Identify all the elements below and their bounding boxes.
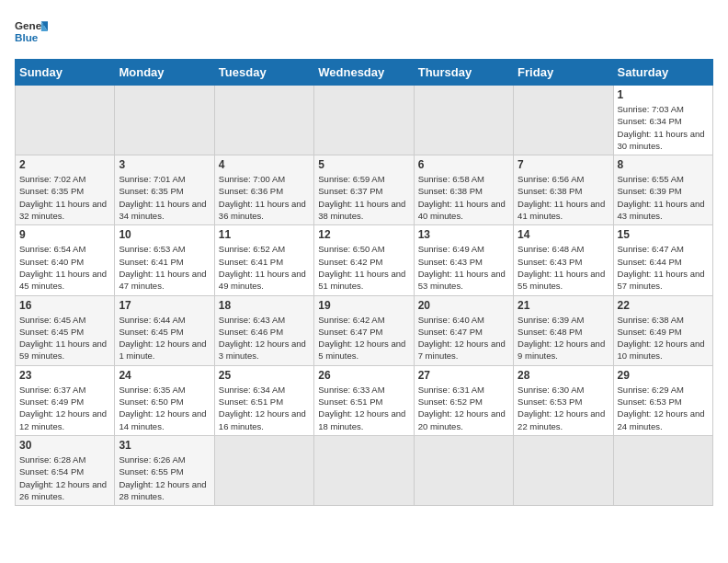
day-number: 15 — [618, 228, 709, 241]
calendar-cell: 24Sunrise: 6:35 AM Sunset: 6:50 PM Dayli… — [115, 365, 214, 435]
day-info: Sunrise: 6:47 AM Sunset: 6:44 PM Dayligh… — [618, 243, 709, 292]
day-number: 9 — [19, 228, 110, 241]
day-number: 3 — [119, 158, 210, 171]
day-number: 5 — [318, 158, 409, 171]
calendar-cell: 20Sunrise: 6:40 AM Sunset: 6:47 PM Dayli… — [414, 295, 513, 365]
calendar-cell — [214, 86, 313, 155]
day-info: Sunrise: 6:26 AM Sunset: 6:55 PM Dayligh… — [119, 454, 210, 502]
day-number: 13 — [418, 228, 509, 241]
calendar-cell — [613, 435, 712, 505]
day-info: Sunrise: 6:30 AM Sunset: 6:53 PM Dayligh… — [518, 384, 609, 432]
day-info: Sunrise: 6:38 AM Sunset: 6:49 PM Dayligh… — [618, 314, 709, 362]
day-of-week-header: Wednesday — [314, 60, 414, 86]
calendar-week-row: 16Sunrise: 6:45 AM Sunset: 6:45 PM Dayli… — [16, 295, 713, 365]
calendar-cell: 15Sunrise: 6:47 AM Sunset: 6:44 PM Dayli… — [613, 225, 712, 295]
day-info: Sunrise: 6:53 AM Sunset: 6:41 PM Dayligh… — [119, 243, 210, 292]
calendar-cell: 1Sunrise: 7:03 AM Sunset: 6:34 PM Daylig… — [613, 86, 712, 155]
day-number: 28 — [518, 369, 609, 382]
calendar-cell: 17Sunrise: 6:44 AM Sunset: 6:45 PM Dayli… — [115, 295, 214, 365]
day-number: 6 — [418, 158, 509, 171]
day-number: 26 — [318, 369, 409, 382]
calendar-cell — [314, 86, 414, 155]
calendar-cell: 18Sunrise: 6:43 AM Sunset: 6:46 PM Dayli… — [214, 295, 313, 365]
day-info: Sunrise: 6:39 AM Sunset: 6:48 PM Dayligh… — [518, 314, 609, 362]
day-number: 29 — [618, 369, 709, 382]
day-info: Sunrise: 6:48 AM Sunset: 6:43 PM Dayligh… — [518, 243, 609, 292]
day-info: Sunrise: 6:52 AM Sunset: 6:41 PM Dayligh… — [219, 243, 310, 292]
day-number: 12 — [318, 228, 409, 241]
calendar-cell: 27Sunrise: 6:31 AM Sunset: 6:52 PM Dayli… — [414, 365, 513, 435]
day-info: Sunrise: 6:45 AM Sunset: 6:45 PM Dayligh… — [19, 314, 110, 362]
page-header: General Blue — [15, 15, 713, 48]
day-info: Sunrise: 6:37 AM Sunset: 6:49 PM Dayligh… — [19, 384, 110, 432]
calendar-cell — [115, 86, 214, 155]
logo-icon: General Blue — [15, 15, 48, 48]
day-of-week-header: Sunday — [16, 60, 115, 86]
calendar-cell: 19Sunrise: 6:42 AM Sunset: 6:47 PM Dayli… — [314, 295, 414, 365]
day-info: Sunrise: 6:28 AM Sunset: 6:54 PM Dayligh… — [19, 454, 110, 502]
calendar-cell — [514, 86, 613, 155]
day-number: 22 — [618, 299, 709, 312]
calendar-week-row: 2Sunrise: 7:02 AM Sunset: 6:35 PM Daylig… — [16, 155, 713, 225]
calendar-cell — [414, 435, 513, 505]
calendar-cell: 8Sunrise: 6:55 AM Sunset: 6:39 PM Daylig… — [613, 155, 712, 225]
day-info: Sunrise: 7:03 AM Sunset: 6:34 PM Dayligh… — [618, 103, 709, 152]
day-info: Sunrise: 6:29 AM Sunset: 6:53 PM Dayligh… — [618, 384, 709, 432]
day-number: 19 — [318, 299, 409, 312]
calendar-header-row: SundayMondayTuesdayWednesdayThursdayFrid… — [16, 60, 713, 86]
calendar-cell: 12Sunrise: 6:50 AM Sunset: 6:42 PM Dayli… — [314, 225, 414, 295]
day-info: Sunrise: 6:42 AM Sunset: 6:47 PM Dayligh… — [318, 314, 409, 362]
calendar-cell: 14Sunrise: 6:48 AM Sunset: 6:43 PM Dayli… — [514, 225, 613, 295]
calendar-cell: 30Sunrise: 6:28 AM Sunset: 6:54 PM Dayli… — [16, 435, 115, 505]
day-info: Sunrise: 6:55 AM Sunset: 6:39 PM Dayligh… — [618, 173, 709, 222]
day-info: Sunrise: 6:33 AM Sunset: 6:51 PM Dayligh… — [318, 384, 409, 432]
calendar-table: SundayMondayTuesdayWednesdayThursdayFrid… — [15, 59, 713, 506]
calendar-week-row: 30Sunrise: 6:28 AM Sunset: 6:54 PM Dayli… — [16, 435, 713, 505]
calendar-cell: 7Sunrise: 6:56 AM Sunset: 6:38 PM Daylig… — [514, 155, 613, 225]
calendar-cell: 16Sunrise: 6:45 AM Sunset: 6:45 PM Dayli… — [16, 295, 115, 365]
day-of-week-header: Tuesday — [214, 60, 313, 86]
day-info: Sunrise: 7:01 AM Sunset: 6:35 PM Dayligh… — [119, 173, 210, 222]
day-info: Sunrise: 6:35 AM Sunset: 6:50 PM Dayligh… — [119, 384, 210, 432]
day-of-week-header: Friday — [514, 60, 613, 86]
logo: General Blue — [15, 15, 48, 48]
day-number: 16 — [19, 299, 110, 312]
day-number: 8 — [618, 158, 709, 171]
calendar-cell: 11Sunrise: 6:52 AM Sunset: 6:41 PM Dayli… — [214, 225, 313, 295]
day-info: Sunrise: 6:56 AM Sunset: 6:38 PM Dayligh… — [518, 173, 609, 222]
calendar-week-row: 9Sunrise: 6:54 AM Sunset: 6:40 PM Daylig… — [16, 225, 713, 295]
calendar-cell — [314, 435, 414, 505]
day-number: 7 — [518, 158, 609, 171]
day-info: Sunrise: 6:34 AM Sunset: 6:51 PM Dayligh… — [219, 384, 310, 432]
calendar-cell: 29Sunrise: 6:29 AM Sunset: 6:53 PM Dayli… — [613, 365, 712, 435]
day-of-week-header: Saturday — [613, 60, 712, 86]
day-info: Sunrise: 6:43 AM Sunset: 6:46 PM Dayligh… — [219, 314, 310, 362]
day-info: Sunrise: 6:31 AM Sunset: 6:52 PM Dayligh… — [418, 384, 509, 432]
calendar-cell: 13Sunrise: 6:49 AM Sunset: 6:43 PM Dayli… — [414, 225, 513, 295]
svg-text:Blue: Blue — [15, 31, 39, 43]
day-info: Sunrise: 6:40 AM Sunset: 6:47 PM Dayligh… — [418, 314, 509, 362]
day-number: 10 — [119, 228, 210, 241]
calendar-week-row: 1Sunrise: 7:03 AM Sunset: 6:34 PM Daylig… — [16, 86, 713, 155]
calendar-cell — [214, 435, 313, 505]
calendar-week-row: 23Sunrise: 6:37 AM Sunset: 6:49 PM Dayli… — [16, 365, 713, 435]
calendar-cell: 4Sunrise: 7:00 AM Sunset: 6:36 PM Daylig… — [214, 155, 313, 225]
calendar-cell: 5Sunrise: 6:59 AM Sunset: 6:37 PM Daylig… — [314, 155, 414, 225]
day-number: 20 — [418, 299, 509, 312]
day-number: 31 — [119, 439, 210, 452]
day-of-week-header: Thursday — [414, 60, 513, 86]
day-info: Sunrise: 6:44 AM Sunset: 6:45 PM Dayligh… — [119, 314, 210, 362]
calendar-cell: 23Sunrise: 6:37 AM Sunset: 6:49 PM Dayli… — [16, 365, 115, 435]
day-number: 4 — [219, 158, 310, 171]
calendar-cell: 6Sunrise: 6:58 AM Sunset: 6:38 PM Daylig… — [414, 155, 513, 225]
day-info: Sunrise: 6:54 AM Sunset: 6:40 PM Dayligh… — [19, 243, 110, 292]
calendar-cell: 3Sunrise: 7:01 AM Sunset: 6:35 PM Daylig… — [115, 155, 214, 225]
day-of-week-header: Monday — [115, 60, 214, 86]
day-info: Sunrise: 6:50 AM Sunset: 6:42 PM Dayligh… — [318, 243, 409, 292]
day-number: 14 — [518, 228, 609, 241]
day-info: Sunrise: 7:02 AM Sunset: 6:35 PM Dayligh… — [19, 173, 110, 222]
day-number: 24 — [119, 369, 210, 382]
day-number: 11 — [219, 228, 310, 241]
day-number: 30 — [19, 439, 110, 452]
calendar-cell: 10Sunrise: 6:53 AM Sunset: 6:41 PM Dayli… — [115, 225, 214, 295]
